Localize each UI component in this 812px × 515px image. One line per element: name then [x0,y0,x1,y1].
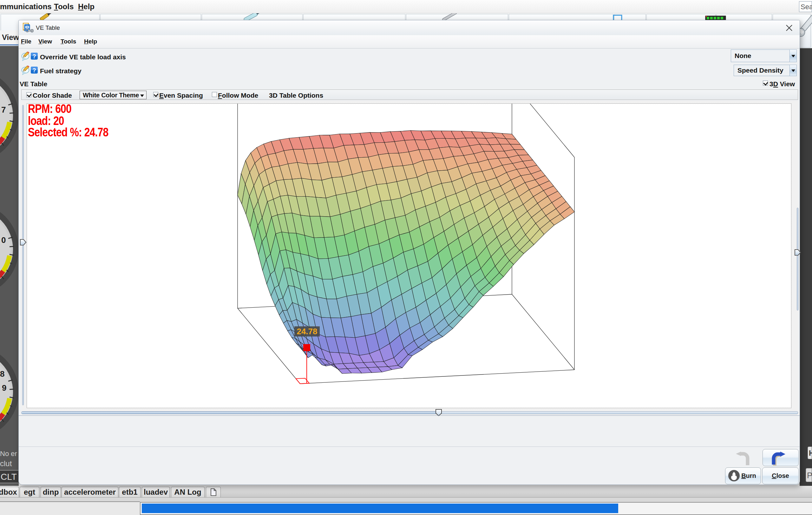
svg-text:7: 7 [1,105,6,115]
svg-text:9: 9 [2,383,6,393]
svg-text:8: 8 [0,369,4,378]
svg-text:?: ? [33,67,36,73]
svg-text:0: 0 [1,235,6,245]
svg-text:?: ? [33,53,36,60]
svg-text:24.78: 24.78 [296,327,317,336]
